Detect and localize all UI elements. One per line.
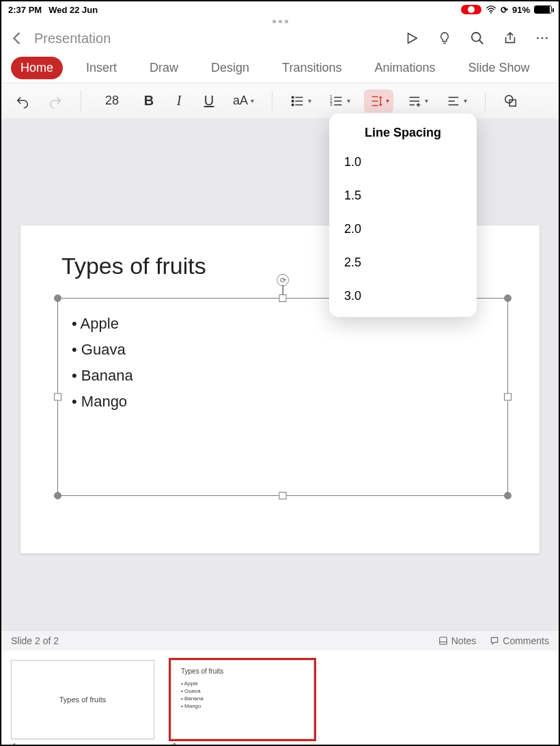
font-size-field[interactable]: 28 bbox=[95, 89, 129, 113]
slide-thumbnail[interactable]: Types of fruits bbox=[11, 660, 154, 739]
status-bar: 2:37 PM Wed 22 Jun ⟳ 91% bbox=[1, 1, 559, 18]
tab-design[interactable]: Design bbox=[201, 57, 259, 79]
resize-handle[interactable] bbox=[279, 294, 287, 302]
align-button[interactable]: ▾ bbox=[442, 89, 471, 113]
change-case-button[interactable]: aA▾ bbox=[229, 89, 258, 113]
status-date: Wed 22 Jun bbox=[48, 5, 98, 15]
ribbon-toolbar: 28 B I U aA▾ ▾ 123▾ ▾ ▾ ▾ bbox=[1, 83, 559, 119]
search-button[interactable] bbox=[470, 31, 485, 46]
line-spacing-option[interactable]: 2.5 bbox=[329, 246, 477, 279]
thumb-number: 2 bbox=[171, 742, 314, 746]
line-spacing-option[interactable]: 1.0 bbox=[329, 146, 477, 179]
thumb-bullets: Apple Guava Banana Mango bbox=[181, 680, 204, 710]
line-spacing-popover: Line Spacing 1.0 1.5 2.0 2.5 3.0 bbox=[329, 113, 477, 317]
ribbon-tabs: Home Insert Draw Design Transitions Anim… bbox=[1, 53, 559, 83]
tab-home[interactable]: Home bbox=[11, 57, 63, 79]
thumbnail-strip[interactable]: Types of fruits 1 Types of fruits Apple … bbox=[1, 650, 559, 746]
resize-handle[interactable] bbox=[504, 492, 512, 499]
shapes-button[interactable] bbox=[499, 89, 522, 113]
line-spacing-option[interactable]: 2.0 bbox=[329, 212, 477, 246]
content-textbox[interactable]: ⟳ Apple Guava Banana Mango bbox=[57, 298, 508, 496]
line-spacing-option[interactable]: 3.0 bbox=[329, 279, 477, 313]
slide-thumbnail[interactable]: Types of fruits Apple Guava Banana Mango bbox=[171, 660, 314, 739]
resize-handle[interactable] bbox=[504, 294, 512, 302]
thumb-title: Types of fruits bbox=[181, 667, 223, 675]
tab-animations[interactable]: Animations bbox=[365, 57, 445, 79]
header: Presentation ··· bbox=[1, 23, 559, 53]
resize-handle[interactable] bbox=[54, 294, 61, 302]
line-spacing-option[interactable]: 1.5 bbox=[329, 179, 477, 212]
resize-handle[interactable] bbox=[504, 393, 512, 401]
svg-point-8 bbox=[505, 95, 513, 102]
bullet-list[interactable]: Apple Guava Banana Mango bbox=[58, 299, 507, 427]
text-direction-button[interactable]: ▾ bbox=[403, 89, 432, 113]
list-item[interactable]: Mango bbox=[72, 389, 494, 415]
undo-button[interactable] bbox=[11, 89, 34, 113]
document-title[interactable]: Presentation bbox=[34, 31, 111, 46]
share-button[interactable] bbox=[503, 31, 518, 46]
battery-percent: 91% bbox=[512, 5, 530, 15]
thumb-title: Types of fruits bbox=[59, 695, 106, 704]
battery-icon bbox=[534, 5, 552, 14]
tab-insert[interactable]: Insert bbox=[76, 57, 126, 79]
slideshow-button[interactable] bbox=[404, 31, 419, 46]
list-item[interactable]: Banana bbox=[72, 363, 494, 389]
wifi-icon bbox=[486, 5, 496, 14]
tab-slide-show[interactable]: Slide Show bbox=[459, 57, 540, 79]
tab-transitions[interactable]: Transitions bbox=[272, 57, 351, 79]
svg-point-1 bbox=[472, 33, 481, 42]
italic-button[interactable]: I bbox=[169, 89, 189, 113]
numbered-list-button[interactable]: 123▾ bbox=[325, 89, 354, 113]
orientation-lock-icon: ⟳ bbox=[501, 5, 508, 15]
list-item[interactable]: Guava bbox=[72, 337, 494, 363]
grab-handle-icon[interactable] bbox=[1, 18, 559, 23]
svg-text:3: 3 bbox=[330, 102, 333, 107]
status-time: 2:37 PM bbox=[8, 5, 42, 15]
notes-toggle[interactable]: Notes bbox=[438, 635, 477, 646]
thumb-number: 1 bbox=[11, 742, 154, 746]
app-frame: 2:37 PM Wed 22 Jun ⟳ 91% Presentation bbox=[0, 0, 560, 746]
back-button[interactable] bbox=[10, 31, 25, 46]
resize-handle[interactable] bbox=[54, 492, 61, 499]
svg-point-3 bbox=[292, 100, 294, 102]
redo-button[interactable] bbox=[44, 89, 67, 113]
svg-rect-10 bbox=[439, 637, 447, 644]
svg-point-0 bbox=[490, 12, 492, 14]
svg-point-2 bbox=[292, 96, 294, 98]
slide-title[interactable]: Types of fruits bbox=[61, 253, 206, 279]
svg-point-4 bbox=[292, 104, 294, 106]
underline-button[interactable]: U bbox=[199, 89, 219, 113]
bold-button[interactable]: B bbox=[139, 89, 159, 113]
bullet-list-button[interactable]: ▾ bbox=[286, 89, 316, 113]
more-button[interactable]: ··· bbox=[535, 31, 550, 46]
hint-button[interactable] bbox=[437, 31, 452, 46]
line-spacing-button[interactable]: ▾ bbox=[364, 89, 393, 113]
tab-draw[interactable]: Draw bbox=[140, 57, 188, 79]
tab-review[interactable]: Review bbox=[553, 57, 559, 79]
slide-indicator: Slide 2 of 2 bbox=[11, 635, 59, 646]
status-footer: Slide 2 of 2 Notes Comments bbox=[1, 630, 559, 650]
comments-toggle[interactable]: Comments bbox=[490, 635, 549, 646]
recording-indicator bbox=[461, 5, 481, 14]
popover-title: Line Spacing bbox=[329, 126, 477, 146]
resize-handle[interactable] bbox=[54, 393, 61, 401]
resize-handle[interactable] bbox=[279, 492, 287, 499]
